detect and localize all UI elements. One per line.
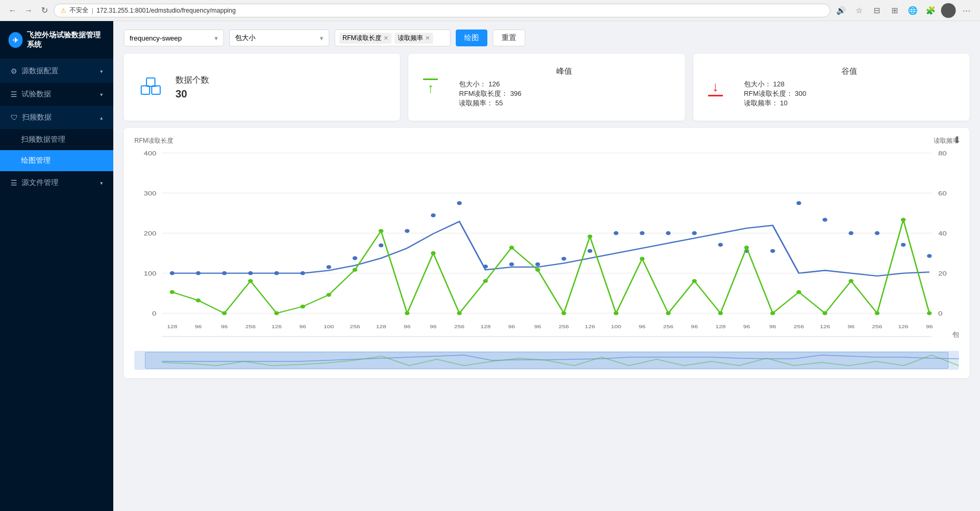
svg-text:256: 256 [872,323,883,329]
packet-size-value: 包大小 [235,33,256,43]
svg-text:包大小: 包大小 [952,331,959,338]
svg-point-45 [797,201,801,205]
chevron-right-icon: ▾ [100,92,103,97]
svg-point-50 [927,254,932,258]
svg-point-25 [274,271,279,275]
svg-point-22 [196,271,201,275]
sidebar-item-label-freq-data: 扫频数据 [22,113,52,122]
svg-text:40: 40 [938,230,947,237]
svg-point-79 [901,218,906,222]
bookmark-button[interactable]: ☆ [851,3,866,18]
select1-chevron-icon: ▾ [214,34,218,42]
frequency-sweep-value: frequency-sweep [130,34,182,42]
svg-point-66 [562,311,566,315]
sidebar-item-label-data-source: 源数据配置 [22,66,58,76]
sidebar-item-freq-data-manage[interactable]: 扫频数据管理 [0,129,113,150]
more-options-button[interactable]: ⋯ [959,3,974,18]
valley-details: 谷值 包大小： 128 RFM读取长度： 300 读取频率： 10 [744,66,955,108]
browser-action-5[interactable]: 🌐 [905,3,920,18]
tag-rfm-label: RFM读取长度 [342,34,381,43]
svg-point-73 [744,245,749,249]
extensions-button[interactable]: 🧩 [923,3,938,18]
valley-row-1: RFM读取长度： 300 [744,89,955,99]
svg-point-59 [379,229,384,233]
svg-text:126: 126 [898,323,909,329]
svg-point-32 [457,201,462,205]
minimap-handle[interactable] [145,352,948,369]
sidebar-item-freq-data[interactable]: 🛡 扫频数据 ▴ [0,106,113,129]
svg-text:256: 256 [663,323,674,329]
sidebar-sub-label-chart-manage: 绘图管理 [21,156,51,165]
frequency-sweep-select[interactable]: frequency-sweep ▾ [124,30,224,46]
count-value: 30 [175,88,209,100]
split-view-button[interactable]: ⊟ [869,3,884,18]
svg-point-38 [614,231,619,235]
svg-text:96: 96 [195,323,202,329]
svg-text:126: 126 [585,323,595,329]
count-title: 数据个数 [175,75,209,86]
svg-point-61 [431,251,436,255]
svg-point-67 [587,234,592,238]
reset-button[interactable]: 重置 [493,30,525,46]
tag-freq-label: 读取频率 [398,34,423,43]
refresh-button[interactable]: ↻ [38,4,51,17]
chevron-down-icon: ▾ [100,68,103,74]
svg-text:96: 96 [508,323,515,329]
svg-point-63 [483,279,488,283]
svg-text:128: 128 [167,323,178,329]
svg-point-72 [718,311,723,315]
chart-minimap[interactable] [134,351,959,370]
svg-rect-0 [141,86,150,94]
svg-point-80 [927,311,932,315]
tag-rfm-length[interactable]: RFM读取长度 ✕ [339,33,391,44]
forward-button[interactable]: → [22,4,35,17]
svg-text:128: 128 [376,323,386,329]
svg-point-26 [300,271,305,275]
chart-container: ⬇ RFM读取长度 读取频率 [124,128,969,378]
list-icon: ☰ [11,90,17,99]
file-icon: ☰ [11,179,17,187]
tag-rfm-close-icon[interactable]: ✕ [384,35,388,42]
svg-point-68 [614,311,619,315]
svg-point-48 [875,231,879,235]
svg-point-51 [170,290,174,294]
url-bar[interactable]: ⚠ 不安全 | 172.31.255.1:8001/edmstudio/freq… [54,4,830,17]
tag-input-area[interactable]: RFM读取长度 ✕ 读取频率 ✕ [335,30,450,46]
valley-icon-area: ↓ [708,78,723,96]
user-avatar[interactable] [941,3,956,18]
sidebar-item-data-source[interactable]: ⚙ 源数据配置 ▾ [0,60,113,83]
svg-text:96: 96 [769,323,776,329]
peak-value-0: 126 [488,80,500,88]
packet-size-select[interactable]: 包大小 ▾ [229,30,329,46]
app-logo: ✈ 飞控外场试验数据管理系统 [0,21,113,60]
valley-row-0: 包大小： 128 [744,80,955,89]
draw-button[interactable]: 绘图 [456,30,487,46]
peak-row-1: RFM读取长度： 396 [459,89,670,99]
svg-text:256: 256 [350,323,360,329]
svg-text:96: 96 [691,323,698,329]
svg-point-31 [431,213,436,217]
count-card: 数据个数 30 [124,54,400,121]
security-warning-text: 不安全 [70,6,89,15]
tag-read-freq[interactable]: 读取频率 ✕ [395,33,433,44]
download-button[interactable]: ⬇ [953,134,961,146]
svg-text:126: 126 [820,323,830,329]
svg-point-27 [327,265,331,269]
svg-point-53 [222,311,227,315]
peak-title: 峰值 [459,66,670,76]
peak-label-2: 读取频率： [459,99,493,107]
favorites-button[interactable]: ⊞ [887,3,902,18]
sidebar-item-test-data[interactable]: ☰ 试验数据 ▾ [0,83,113,106]
svg-point-42 [718,243,723,247]
peak-arrow-icon: ↑ [423,78,438,96]
sidebar-item-chart-manage[interactable]: 绘图管理 [0,150,113,171]
tag-freq-close-icon[interactable]: ✕ [425,35,430,42]
svg-text:96: 96 [221,323,228,329]
sidebar-item-label-source-file: 源文件管理 [22,178,58,188]
valley-label-2: 读取频率： [744,99,778,107]
count-label-area: 数据个数 30 [175,75,209,100]
back-button[interactable]: ← [6,4,19,17]
toolbar: frequency-sweep ▾ 包大小 ▾ RFM读取长度 ✕ 读取频率 ✕ [124,30,969,46]
read-aloud-button[interactable]: 🔊 [834,3,848,18]
sidebar-item-source-file[interactable]: ☰ 源文件管理 ▾ [0,171,113,194]
